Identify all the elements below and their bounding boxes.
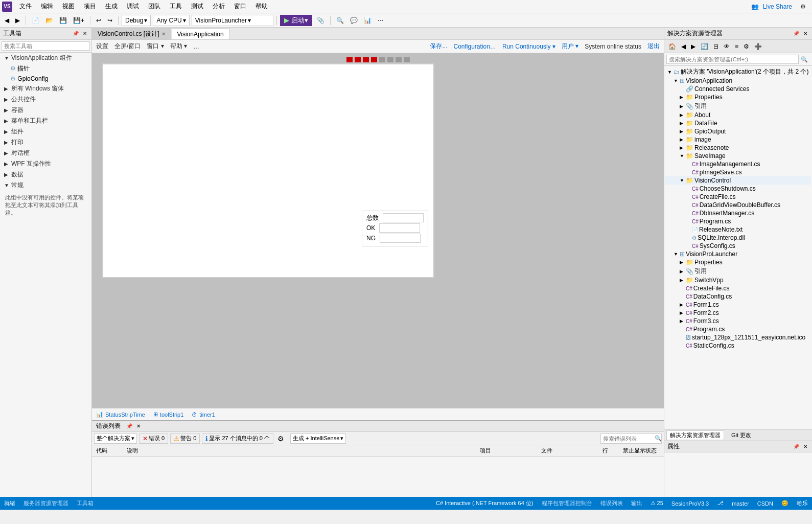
toolbar-save-all-btn[interactable]: 💾+ xyxy=(71,15,87,26)
designer-run-btn[interactable]: Run Continuously ▾ xyxy=(502,43,555,50)
toolbar-more-btn[interactable]: ⋯ xyxy=(375,15,386,26)
menu-project[interactable]: 项目 xyxy=(80,1,100,12)
sol-refs-2[interactable]: ▶ 📎 引用 xyxy=(665,266,811,276)
toolbar-open-btn[interactable]: 📂 xyxy=(43,15,56,26)
toolbar-search-btn[interactable]: 🔍 xyxy=(334,15,346,26)
sol-saveimage[interactable]: ▼ 📁 SaveImage xyxy=(665,152,811,160)
designer-user-btn[interactable]: 用户 ▾ xyxy=(562,42,578,51)
toolbar-back-btn[interactable]: ◀ xyxy=(2,15,12,26)
rb-tab-solution[interactable]: 解决方案资源管理器 xyxy=(666,430,724,440)
toolbox-group-visionapp[interactable]: ▼ VisionApplication 组件 xyxy=(0,53,91,63)
sol-collapse-btn[interactable]: ⊟ xyxy=(711,42,721,51)
toolbox-item-gpio[interactable]: ⚙ GpioConfig xyxy=(0,74,91,83)
status-toolbox-link[interactable]: 工具箱 xyxy=(77,499,94,507)
toolbox-pin-btn[interactable]: 📌 xyxy=(71,30,80,37)
debug-dropdown[interactable]: Debug ▾ xyxy=(122,15,151,26)
stats-ok-input[interactable] xyxy=(379,223,420,233)
sol-project-visionapp[interactable]: ▼ ⊞ VisionApplication xyxy=(665,77,811,85)
solution-search-icon[interactable]: 🔍 xyxy=(799,55,810,64)
sol-createfile-2[interactable]: C# CreateFile.cs xyxy=(665,284,811,292)
sol-root[interactable]: ▼ 🗂 解决方案 'VisionApplication'(2 个项目，共 2 个… xyxy=(665,67,811,77)
menu-help[interactable]: 帮助 xyxy=(251,1,272,12)
toolbox-group-wpf[interactable]: ▶ WPF 互操作性 xyxy=(0,158,91,169)
sol-datafile[interactable]: ▶ 📁 DataFile xyxy=(665,119,811,127)
warning-count-btn[interactable]: ⚠ 警告 0 xyxy=(170,434,200,444)
toolbar-ref-btn[interactable]: 📊 xyxy=(361,15,374,26)
sol-staticconfig[interactable]: C# StaticConfig.cs xyxy=(665,341,811,350)
tab-visioncontrol-close[interactable]: ✕ xyxy=(161,31,166,37)
menu-file[interactable]: 文件 xyxy=(15,1,36,12)
component-status-strip[interactable]: 📊 StatusStripTime xyxy=(96,411,145,418)
toolbar-comment-btn[interactable]: 💬 xyxy=(347,15,360,26)
sol-refs-1[interactable]: ▶ 📎 引用 xyxy=(665,101,811,111)
component-toolstrip[interactable]: ⊞ toolStrip1 xyxy=(153,411,183,418)
toolbox-group-data[interactable]: ▶ 数据 xyxy=(0,169,91,180)
stats-ng-input[interactable] xyxy=(380,234,421,243)
sol-about[interactable]: ▶ 📁 About xyxy=(665,111,811,119)
toolbox-group-containers[interactable]: ▶ 容器 xyxy=(0,105,91,116)
sol-program-1[interactable]: C# Program.cs xyxy=(665,217,811,225)
component-timer[interactable]: ⏱ timer1 xyxy=(192,412,215,418)
tab-visioncontrol[interactable]: VisionControl.cs [设计] ✕ xyxy=(92,28,171,39)
sol-sqlite[interactable]: ⚙ SQLite.Interop.dll xyxy=(665,234,811,242)
toolbox-group-print[interactable]: ▶ 打印 xyxy=(0,137,91,148)
sol-close-btn[interactable]: ✕ xyxy=(802,30,809,37)
sol-sysconfig[interactable]: C# SysConfig.cs xyxy=(665,242,811,250)
sol-chooseshutdown[interactable]: C# ChooseShutdown.cs xyxy=(665,185,811,193)
sol-form1[interactable]: ▶ C# Form1.cs xyxy=(665,301,811,309)
sol-form3[interactable]: ▶ C# Form3.cs xyxy=(665,317,811,325)
sol-home-btn[interactable]: 🏠 xyxy=(666,42,678,51)
menu-build[interactable]: 生成 xyxy=(101,1,122,12)
toolbox-group-general[interactable]: ▼ 常规 xyxy=(0,180,91,191)
toolbar-new-project-btn[interactable]: 📄 xyxy=(29,15,42,26)
designer-fullscreen-btn[interactable]: 全屏/窗口 xyxy=(114,42,141,51)
sol-dataconfig[interactable]: C# DataConfig.cs xyxy=(665,292,811,301)
run-button[interactable]: ▶ 启动▾ xyxy=(280,15,312,26)
sol-sync-btn[interactable]: 🔄 xyxy=(699,42,710,51)
sol-back-btn[interactable]: ◀ xyxy=(679,42,688,51)
error-count-btn[interactable]: ✕ 错误 0 xyxy=(139,434,168,444)
designer-settings-btn[interactable]: 设置 xyxy=(96,42,108,51)
status-server-explorer[interactable]: 服务器资源管理器 xyxy=(24,499,68,507)
sol-properties-2[interactable]: ▶ 📁 Properties xyxy=(665,258,811,266)
sol-image[interactable]: ▶ 📁 image xyxy=(665,135,811,144)
toolbox-item-miaozhen[interactable]: ⚙ 描针 xyxy=(0,63,91,74)
solution-search-input[interactable] xyxy=(666,55,799,64)
toolbox-group-components[interactable]: ▶ 组件 xyxy=(0,126,91,137)
toolbar-undo-btn[interactable]: ↩ xyxy=(94,15,104,26)
menu-debug[interactable]: 调试 xyxy=(123,1,143,12)
settings-icon[interactable]: ⚙ xyxy=(800,3,806,10)
menu-window[interactable]: 窗口 xyxy=(230,1,250,12)
menu-analyze[interactable]: 分析 xyxy=(208,1,229,12)
toolbar-forward-btn[interactable]: ▶ xyxy=(13,15,22,26)
toolbox-group-allwindows[interactable]: ▶ 所有 Windows 窗体 xyxy=(0,83,91,94)
sol-pimagesave[interactable]: C# pImageSave.cs xyxy=(665,168,811,176)
toolbox-group-common[interactable]: ▶ 公共控件 xyxy=(0,94,91,105)
error-panel-pin-btn[interactable]: 📌 xyxy=(125,423,134,429)
error-filter-dropdown[interactable]: 整个解决方案 ▾ xyxy=(94,434,137,444)
live-share-label[interactable]: Live Share xyxy=(763,3,792,10)
sol-properties-1[interactable]: ▶ 📁 Properties xyxy=(665,93,811,101)
sol-switchvpp[interactable]: ▶ 📁 SwitchVpp xyxy=(665,276,811,284)
status-output-link[interactable]: 输出 xyxy=(631,499,642,507)
sol-show-all-btn[interactable]: 👁 xyxy=(722,42,732,51)
sol-releasenote-txt[interactable]: 📄 ReleaseNote.txt xyxy=(665,225,811,234)
menu-view[interactable]: 视图 xyxy=(58,1,79,12)
sol-settings-btn[interactable]: ⚙ xyxy=(741,42,751,51)
designer-window-btn[interactable]: 窗口 ▾ xyxy=(147,42,164,51)
menu-team[interactable]: 团队 xyxy=(144,1,165,12)
sol-pin-btn[interactable]: 📌 xyxy=(792,30,801,37)
sol-form2[interactable]: ▶ C# Form2.cs xyxy=(665,309,811,317)
toolbox-close-btn[interactable]: ✕ xyxy=(81,30,88,37)
status-error-list-link[interactable]: 错误列表 xyxy=(600,499,623,507)
menu-tools[interactable]: 工具 xyxy=(166,1,186,12)
props-close-btn[interactable]: ✕ xyxy=(802,443,809,450)
status-pkg-manager[interactable]: 程序包管理器控制台 xyxy=(542,499,592,507)
sol-imagemgmt[interactable]: C# ImageManagement.cs xyxy=(665,160,811,168)
toolbox-group-dialog[interactable]: ▶ 对话框 xyxy=(0,148,91,158)
build-dropdown[interactable]: 生成 + IntelliSense ▾ xyxy=(290,434,346,444)
sol-visioncontrol[interactable]: ▼ 📁 VisionControl xyxy=(665,176,811,185)
designer-config-btn[interactable]: Configuration… xyxy=(453,43,496,50)
toolbox-group-menus[interactable]: ▶ 菜单和工具栏 xyxy=(0,116,91,126)
sol-forward-btn[interactable]: ▶ xyxy=(689,42,698,51)
